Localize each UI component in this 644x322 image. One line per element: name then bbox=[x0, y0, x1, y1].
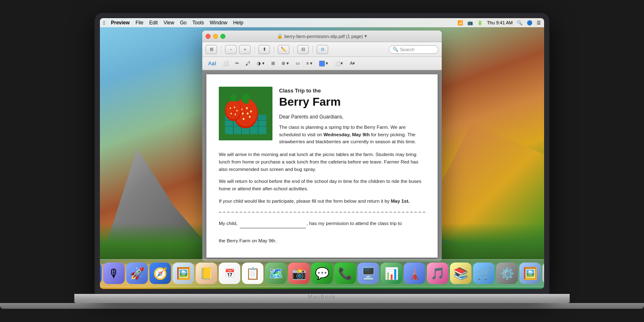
rect-select-tool[interactable]: ⬜ bbox=[220, 60, 231, 67]
menubar-right: 📶 📺 🔋 Thu 9:41 AM 🔍 🔵 ☰ bbox=[457, 20, 541, 26]
dock-systemprefs[interactable]: ⚙️ bbox=[496, 263, 518, 284]
dock-calendar[interactable]: 📅 bbox=[219, 263, 240, 284]
svg-point-26 bbox=[234, 107, 235, 108]
textbox-tool[interactable]: ⊞ bbox=[269, 60, 277, 67]
window-toolbar: ⊞ － ＋ ⬆ ✏️ ⊟ ⊙ 🔍 Search bbox=[202, 42, 442, 57]
permission-slip-text: My child, , has my permission to attend … bbox=[219, 219, 425, 245]
lock-icon: 🔒 bbox=[277, 33, 283, 39]
menu-window[interactable]: Window bbox=[210, 20, 227, 26]
text-tool-button[interactable]: AaI bbox=[206, 59, 219, 67]
dock-preview[interactable]: 🖥️ bbox=[358, 263, 379, 284]
sidebar-toggle-button[interactable]: ⊞ bbox=[206, 45, 217, 54]
menu-view[interactable]: View bbox=[163, 20, 174, 26]
document-header: Class Trip to the Berry Farm Dear Parent… bbox=[219, 87, 425, 145]
paragraph-2: We will arrive in the morning and eat lu… bbox=[219, 151, 425, 173]
macbook-hinge bbox=[0, 303, 644, 309]
menu-bar:  Preview File Edit View Go Tools Window… bbox=[100, 18, 544, 27]
dock-maps[interactable]: 🗺️ bbox=[265, 263, 286, 284]
close-button[interactable] bbox=[206, 34, 211, 39]
share-button[interactable]: ⬆ bbox=[258, 45, 270, 54]
dock-safari[interactable]: 🧭 bbox=[149, 263, 171, 284]
trip-title: Berry Farm bbox=[279, 96, 425, 109]
svg-point-12 bbox=[246, 107, 248, 109]
wifi-icon: 📶 bbox=[457, 20, 463, 26]
rect-outline-tool[interactable]: ▭ bbox=[293, 60, 302, 67]
menubar-left:  Preview File Edit View Go Tools Window… bbox=[103, 20, 243, 26]
dock-facetime[interactable]: 📞 bbox=[334, 263, 356, 284]
zoom-out-button[interactable]: － bbox=[225, 45, 237, 54]
dashed-separator bbox=[219, 212, 425, 213]
search-icon[interactable]: 🔍 bbox=[517, 20, 523, 26]
search-icon-small: 🔍 bbox=[393, 47, 398, 52]
zoom-in-button[interactable]: ＋ bbox=[239, 45, 251, 54]
annotation-toolbar: AaI ⬜ ✏ 🖍 ◑ ▾ ⊞ ⊛ ▾ ▭ ≡ ▾ ▾ ⬜▾ A▾ bbox=[202, 57, 442, 70]
draw-tool[interactable]: ✏ bbox=[233, 60, 242, 67]
svg-point-27 bbox=[237, 110, 238, 111]
svg-point-25 bbox=[230, 107, 231, 109]
toolbar-separator-2 bbox=[254, 46, 255, 53]
menu-help[interactable]: Help bbox=[233, 20, 244, 26]
maximize-button[interactable] bbox=[220, 34, 225, 39]
paragraph-1: The class is planning a spring trip to t… bbox=[279, 124, 425, 145]
highlight-tool[interactable]: 🖍 bbox=[243, 60, 253, 67]
apple-menu[interactable]:  bbox=[103, 20, 105, 26]
dock-photos[interactable]: 🖼️ bbox=[173, 263, 194, 284]
menu-preview[interactable]: Preview bbox=[111, 20, 130, 26]
dock-photobooth[interactable]: 📸 bbox=[288, 263, 310, 284]
toolbar-separator-3 bbox=[274, 46, 274, 53]
chevron-down-icon[interactable]: ▾ bbox=[365, 33, 367, 39]
dock-numbers[interactable]: 📊 bbox=[381, 263, 402, 284]
font-tool[interactable]: A▾ bbox=[347, 60, 358, 67]
dock-siri[interactable]: 🎙 bbox=[103, 263, 125, 284]
window-titlebar: 🔒 berry-farm-permission-slip.pdf (1 page… bbox=[202, 31, 442, 42]
menu-extras-icon[interactable]: ☰ bbox=[537, 20, 541, 26]
macbook-outer:  Preview File Edit View Go Tools Window… bbox=[0, 0, 644, 322]
menu-tools[interactable]: Tools bbox=[192, 20, 204, 26]
menu-edit[interactable]: Edit bbox=[149, 20, 158, 26]
child-name-field[interactable] bbox=[240, 219, 306, 228]
preview-window: 🔒 berry-farm-permission-slip.pdf (1 page… bbox=[202, 31, 442, 262]
align-tool[interactable]: ≡ ▾ bbox=[304, 60, 315, 67]
annotate-button[interactable]: ⊟ bbox=[297, 45, 309, 54]
toolbar-separator-4 bbox=[293, 46, 294, 53]
pdf-page: Class Trip to the Berry Farm Dear Parent… bbox=[206, 74, 438, 258]
find-button[interactable]: ⊙ bbox=[317, 45, 328, 54]
battery-icon: 🔋 bbox=[477, 20, 483, 26]
siri-icon[interactable]: 🔵 bbox=[527, 20, 533, 26]
dock-iphoto[interactable]: 🖼️ bbox=[519, 263, 541, 284]
minimize-button[interactable] bbox=[213, 34, 218, 39]
strawberry-image bbox=[219, 87, 272, 140]
salutation: Dear Parents and Guardians, bbox=[279, 113, 425, 121]
border-tool[interactable]: ⬜▾ bbox=[332, 60, 346, 67]
dock-reminders[interactable]: 📋 bbox=[242, 263, 263, 284]
shapes-tool[interactable]: ◑ ▾ bbox=[254, 60, 267, 67]
dock-itunes[interactable]: 🎵 bbox=[427, 263, 448, 284]
dock-finder[interactable]: 🔍 bbox=[100, 263, 102, 284]
dock-keynote[interactable]: 🗼 bbox=[404, 263, 425, 284]
airplay-icon: 📺 bbox=[467, 20, 473, 26]
dock-appstore[interactable]: 🛒 bbox=[473, 263, 495, 284]
menu-go[interactable]: Go bbox=[180, 20, 187, 26]
svg-point-18 bbox=[247, 113, 249, 115]
menu-file[interactable]: File bbox=[135, 20, 143, 26]
color-fill-tool[interactable]: ▾ bbox=[317, 60, 331, 67]
dock-launchpad[interactable]: 🚀 bbox=[126, 263, 148, 284]
dock-ibooks[interactable]: 📚 bbox=[450, 263, 471, 284]
dock-trash[interactable]: 🗑️ bbox=[542, 263, 544, 284]
paragraph-3: We will return to school before the end … bbox=[219, 178, 425, 193]
toolbar-separator-1 bbox=[221, 46, 221, 53]
bold-date: Wednesday, May 9th bbox=[323, 132, 369, 137]
bold-deadline: May 1st. bbox=[391, 199, 410, 204]
macbook-base: MacBook bbox=[74, 294, 570, 303]
search-box[interactable]: 🔍 Search bbox=[389, 45, 438, 54]
lasso-tool[interactable]: ⊛ ▾ bbox=[279, 60, 291, 67]
window-controls[interactable] bbox=[206, 34, 225, 39]
dock-contacts[interactable]: 📒 bbox=[196, 263, 217, 284]
document-area[interactable]: Class Trip to the Berry Farm Dear Parent… bbox=[202, 70, 442, 262]
window-title: 🔒 berry-farm-permission-slip.pdf (1 page… bbox=[277, 33, 367, 39]
pen-tool-button[interactable]: ✏️ bbox=[278, 45, 289, 54]
svg-point-15 bbox=[243, 118, 244, 120]
dock-messages[interactable]: 💬 bbox=[311, 263, 333, 284]
toolbar-separator-5 bbox=[313, 46, 313, 53]
document-header-text: Class Trip to the Berry Farm Dear Parent… bbox=[279, 87, 425, 145]
